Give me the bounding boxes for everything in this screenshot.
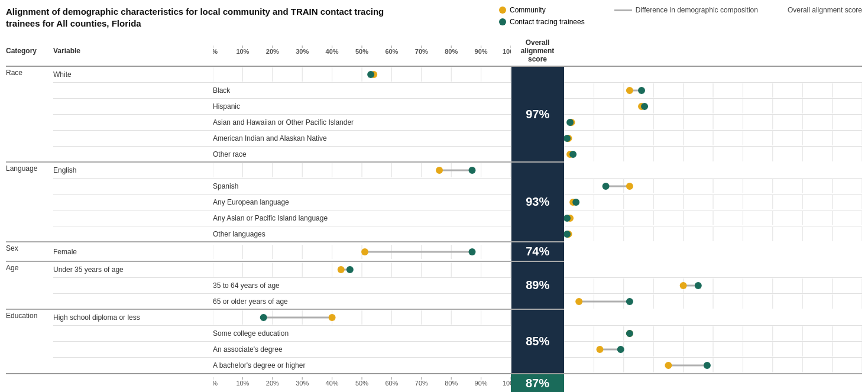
legend-trainees: Contact tracing trainees — [499, 18, 585, 26]
row-chart-cell — [564, 278, 862, 294]
svg-point-272 — [596, 346, 603, 353]
row-chart-svg — [564, 83, 862, 98]
svg-text:70%: 70% — [415, 380, 428, 387]
row-chart-svg — [213, 263, 511, 277]
svg-text:80%: 80% — [445, 48, 458, 55]
legend-diff: Difference in demographic composition — [614, 6, 758, 14]
overall-score-value: 87% — [511, 374, 564, 392]
row-chart-cell — [564, 131, 862, 147]
row-chart-cell — [564, 210, 862, 226]
svg-point-216 — [680, 282, 687, 289]
row-variable: Other race — [213, 147, 511, 163]
row-chart-svg — [564, 342, 862, 357]
row-chart-svg — [213, 67, 511, 82]
row-chart-cell — [564, 179, 862, 195]
svg-point-188 — [361, 248, 368, 255]
section-score: 89% — [511, 261, 564, 309]
row-chart-cell — [564, 358, 862, 374]
row-category: Education — [6, 309, 53, 374]
community-dot-icon — [499, 7, 506, 14]
row-chart-svg — [564, 294, 862, 309]
row-chart-svg — [564, 326, 862, 341]
svg-point-259 — [626, 330, 633, 337]
svg-text:30%: 30% — [296, 48, 309, 55]
svg-text:10%: 10% — [236, 48, 249, 55]
row-chart-cell — [564, 115, 862, 131]
svg-point-202 — [338, 266, 345, 273]
row-variable: Hispanic — [213, 99, 511, 115]
row-variable: Spanish — [213, 179, 511, 195]
svg-text:0%: 0% — [213, 380, 218, 387]
legend-community-label: Community — [510, 6, 546, 14]
svg-point-273 — [617, 346, 624, 353]
svg-point-203 — [346, 266, 354, 273]
svg-text:10%: 10% — [236, 380, 249, 387]
svg-point-287 — [704, 362, 711, 369]
svg-text:100%: 100% — [503, 48, 511, 55]
chart-title: Alignment of demographic characteristics… — [6, 6, 420, 29]
diff-line-icon — [614, 9, 632, 11]
svg-point-217 — [695, 282, 702, 289]
trainees-dot-icon — [499, 18, 506, 25]
col-header-score: Overallalignmentscore — [511, 37, 564, 66]
row-chart-cell — [564, 342, 862, 358]
chart-container: Alignment of demographic characteristics… — [6, 6, 862, 392]
row-variable: English — [53, 162, 213, 179]
row-category: Sex — [6, 242, 53, 261]
row-variable: 65 or older years of age — [213, 294, 511, 310]
svg-point-63 — [641, 103, 648, 110]
row-variable: Some college education — [213, 326, 511, 342]
row-chart-svg — [564, 211, 862, 225]
row-variable: Asian and Hawaiian or Other Pacific Isla… — [213, 115, 511, 131]
row-chart-cell — [213, 261, 511, 278]
row-variable: Under 35 years of age — [53, 261, 213, 278]
row-chart-cell — [213, 162, 511, 179]
svg-text:20%: 20% — [266, 48, 279, 55]
svg-text:60%: 60% — [385, 48, 398, 55]
row-chart-svg — [213, 310, 511, 325]
svg-point-77 — [566, 119, 574, 126]
legend-diff-label: Difference in demographic composition — [636, 6, 758, 14]
row-variable: High school diploma or less — [53, 309, 213, 326]
svg-point-231 — [626, 298, 633, 305]
legend-community: Community — [499, 6, 585, 14]
row-variable: Any European language — [213, 195, 511, 210]
row-chart-cell — [564, 99, 862, 115]
svg-text:40%: 40% — [326, 380, 339, 387]
row-variable: An associate's degree — [213, 342, 511, 358]
svg-text:0%: 0% — [213, 48, 218, 55]
svg-text:90%: 90% — [475, 48, 488, 55]
row-chart-svg — [564, 358, 862, 372]
svg-text:50%: 50% — [355, 380, 368, 387]
svg-point-35 — [367, 71, 374, 78]
svg-point-244 — [329, 314, 336, 321]
overall-score-header-label: Overall alignment score — [788, 6, 862, 15]
col-header-category: Category — [6, 37, 53, 66]
svg-point-147 — [572, 199, 579, 206]
row-chart-cell — [564, 195, 862, 210]
svg-point-119 — [468, 167, 475, 174]
svg-point-133 — [603, 183, 610, 190]
svg-point-105 — [569, 151, 576, 158]
row-variable: Black — [213, 83, 511, 99]
col-header-variable: Variable — [53, 37, 213, 66]
legend-group: Community Contact tracing trainees Diffe… — [499, 6, 862, 26]
svg-text:40%: 40% — [326, 48, 339, 55]
row-chart-svg — [564, 99, 862, 114]
svg-text:50%: 50% — [355, 48, 368, 55]
svg-text:90%: 90% — [475, 380, 488, 387]
svg-text:80%: 80% — [445, 380, 458, 387]
row-chart-svg — [213, 163, 511, 177]
row-chart-cell — [564, 147, 862, 163]
section-score: 97% — [511, 66, 564, 162]
row-variable: Other languages — [213, 226, 511, 242]
svg-point-245 — [260, 314, 267, 321]
svg-text:20%: 20% — [266, 380, 279, 387]
row-chart-svg — [564, 195, 862, 209]
svg-text:100%: 100% — [503, 380, 511, 387]
row-chart-svg — [564, 147, 862, 161]
row-chart-svg — [564, 179, 862, 193]
svg-point-230 — [575, 298, 582, 305]
row-chart-cell — [564, 294, 862, 310]
svg-point-118 — [436, 167, 443, 174]
